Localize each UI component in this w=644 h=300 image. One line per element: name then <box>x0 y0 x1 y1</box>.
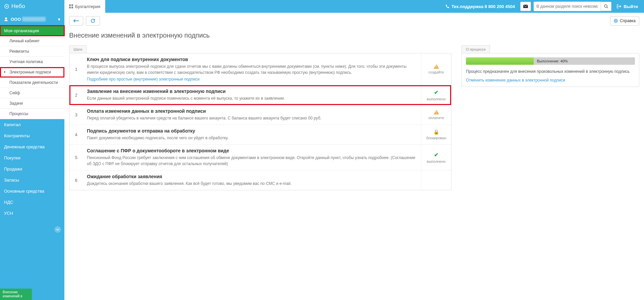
tab-steps[interactable]: Шаги <box>69 45 87 53</box>
logout-icon <box>617 4 622 8</box>
step-number: 6 <box>69 170 83 190</box>
search-box <box>534 2 611 11</box>
phone-icon <box>445 4 449 8</box>
page-title: Внесение изменений в электронную подпись <box>69 32 639 39</box>
step-row[interactable]: 4Подпись документов и отправка на обрабо… <box>69 125 451 145</box>
cancel-process-link[interactable]: Отменить изменение данных в электронной … <box>466 78 635 83</box>
tab-process[interactable]: О процессе <box>462 45 490 53</box>
tab-label: Бухгалтерия <box>75 4 100 9</box>
sidebar-sub-item[interactable]: Процессы <box>0 109 64 119</box>
svg-rect-3 <box>71 4 73 6</box>
step-status: создайте <box>421 53 451 85</box>
step-number: 5 <box>69 145 83 170</box>
check-icon: ✔ <box>434 152 438 158</box>
brand-text: Небо <box>11 3 25 10</box>
step-row[interactable]: 6Ожидание обработки заявленияДождитесь о… <box>69 170 451 190</box>
svg-rect-4 <box>69 7 71 8</box>
chevron-down-icon <box>56 229 59 231</box>
step-title: Соглашение с ПФР о документообороте в эл… <box>87 148 417 153</box>
step-number: 1 <box>69 53 83 85</box>
org-name-blurred <box>22 17 46 21</box>
step-status-text: блокирован <box>426 136 446 140</box>
svg-rect-5 <box>71 7 73 8</box>
step-status: 🔒блокирован <box>421 125 451 144</box>
search-icon <box>604 4 608 8</box>
step-description: Если данные вашей электронной подписи по… <box>87 95 417 101</box>
sidebar-item[interactable]: Основные средства <box>0 186 64 197</box>
tab-accounting[interactable]: Бухгалтерия <box>64 0 105 13</box>
refresh-icon <box>91 18 95 23</box>
step-row[interactable]: 2Заявление на внесение изменений в элект… <box>69 85 451 105</box>
sidebar-item[interactable]: Денежные средства <box>0 141 64 152</box>
sidebar-sub-item[interactable]: Показатели деятельности <box>0 78 64 88</box>
step-link[interactable]: Подробнее про простые (внутренние) элект… <box>87 77 200 82</box>
sidebar-sub-item[interactable]: Задачи <box>0 98 64 109</box>
step-row[interactable]: 3Оплата изменения данных в электронной п… <box>69 105 451 125</box>
step-title: Заявление на внесение изменений в электр… <box>87 89 417 94</box>
sidebar-sub-item[interactable]: Электронные подписи <box>0 67 64 78</box>
support-phone[interactable]: Тех.поддержка 8 800 200 4504 <box>443 4 518 9</box>
progress-label: Выполнение: 40% <box>537 57 568 65</box>
search-input[interactable] <box>534 2 601 11</box>
process-description: Процесс предназначен для внесения произв… <box>466 69 635 74</box>
sidebar-item[interactable]: Продажи <box>0 163 64 174</box>
step-title: Ключ для подписи внутренних документов <box>87 57 417 62</box>
back-button[interactable] <box>69 16 83 26</box>
mail-button[interactable] <box>520 2 531 11</box>
search-button[interactable] <box>601 2 611 11</box>
svg-point-7 <box>604 5 607 7</box>
warning-icon <box>434 64 439 69</box>
svg-rect-2 <box>69 4 71 6</box>
sidebar-sub-item[interactable]: Личный кабинет <box>0 36 64 46</box>
step-status: оплатите <box>421 105 451 124</box>
sidebar-item[interactable]: НДС <box>0 197 64 208</box>
chevron-down-icon: ▾ <box>58 17 60 22</box>
step-number: 3 <box>69 105 83 124</box>
step-description: Пакет документов необходимо подписать, п… <box>87 135 417 141</box>
sidebar-sub-item[interactable]: Сейф <box>0 88 64 98</box>
step-description: Дождитесь окончания обработки вашего зая… <box>87 181 417 187</box>
svg-point-10 <box>614 19 618 22</box>
scroll-down-button[interactable] <box>54 226 61 233</box>
step-description: Перед оплатой убедитесь в наличии средст… <box>87 115 417 121</box>
sidebar: ООО ▾ Моя организация Личный кабинетРекв… <box>0 13 64 300</box>
step-status: ✔выполнено <box>421 85 451 105</box>
step-status-text: оплатите <box>428 116 444 120</box>
step-description: В процессе выпуска электронной подписи д… <box>87 63 417 76</box>
step-description: Пенсионный Фонд России требует заключени… <box>87 155 417 167</box>
sidebar-header-my-org[interactable]: Моя организация <box>0 26 64 36</box>
sidebar-sub-item[interactable]: Реквизиты <box>0 46 64 57</box>
help-button[interactable]: Справка <box>610 16 639 26</box>
sidebar-item[interactable]: Покупки <box>0 152 64 163</box>
brand-logo[interactable]: Небо <box>0 0 64 13</box>
sidebar-item[interactable]: Контрагенты <box>0 130 64 141</box>
step-status-text: выполнено <box>427 159 445 163</box>
sidebar-sub-item[interactable]: Учетная политика <box>0 57 64 67</box>
sidebar-item[interactable]: УСН <box>0 208 64 219</box>
breadcrumb-tag[interactable]: Внесение изменений в <box>0 289 32 300</box>
refresh-button[interactable] <box>86 16 100 26</box>
main-content: Справка Внесение изменений в электронную… <box>64 13 644 300</box>
org-selector[interactable]: ООО ▾ <box>0 13 64 26</box>
logo-icon <box>4 4 9 9</box>
svg-point-11 <box>615 20 616 21</box>
lifebuoy-icon <box>614 19 618 23</box>
step-title: Подпись документов и отправка на обработ… <box>87 128 417 134</box>
step-status-text: выполнено <box>427 97 445 101</box>
step-number: 2 <box>69 85 83 105</box>
arrow-left-icon <box>73 19 79 22</box>
sidebar-item[interactable]: Запасы <box>0 174 64 186</box>
grid-icon <box>69 4 73 8</box>
logout-button[interactable]: Выйти <box>614 4 641 9</box>
envelope-icon <box>523 5 528 8</box>
lock-icon: 🔒 <box>433 129 439 135</box>
sidebar-item[interactable]: Капитал <box>0 119 64 130</box>
step-status <box>421 170 451 190</box>
progress-bar: Выполнение: 40% <box>466 57 635 65</box>
step-row[interactable]: 1Ключ для подписи внутренних документовВ… <box>69 53 451 85</box>
svg-point-1 <box>6 6 7 7</box>
user-icon <box>4 17 8 21</box>
step-row[interactable]: 5Соглашение с ПФР о документообороте в э… <box>69 145 451 170</box>
svg-point-9 <box>5 17 7 19</box>
step-title: Оплата изменения данных в электронной по… <box>87 108 417 114</box>
